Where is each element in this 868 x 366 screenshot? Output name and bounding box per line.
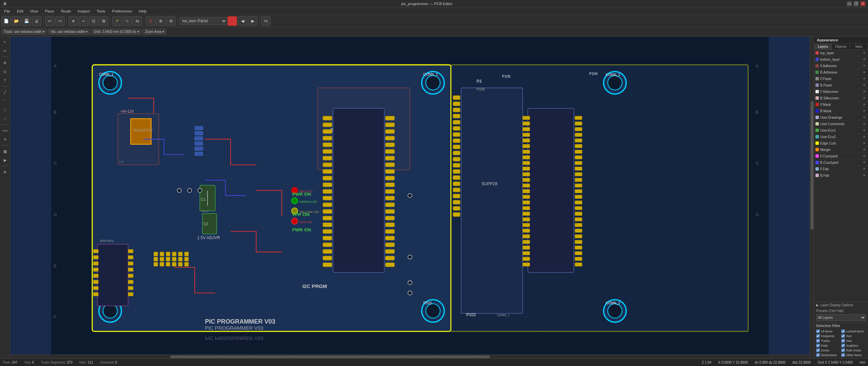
- layer-visibility-toggle[interactable]: 👁: [862, 128, 867, 133]
- layer-item-b_courtyard[interactable]: B.Courtyard👁: [814, 159, 868, 166]
- sf-item-other_items[interactable]: Other items: [841, 353, 866, 357]
- layer-visibility-toggle[interactable]: 👁: [862, 134, 867, 139]
- layer-item-b_fab[interactable]: B.Fab👁: [814, 172, 868, 179]
- layer-visibility-toggle[interactable]: 👁: [862, 167, 867, 171]
- menu-place[interactable]: Place: [42, 8, 57, 14]
- sf-item-pads[interactable]: Pads: [816, 343, 841, 348]
- layer-item-bottom_layer[interactable]: bottom_layer👁: [814, 56, 868, 63]
- layer-visibility-toggle[interactable]: 👁: [862, 115, 867, 120]
- layer-item-f_fab[interactable]: F.Fab👁: [814, 166, 868, 172]
- sf-item-rule_areas[interactable]: Rule Areas: [841, 348, 866, 352]
- tab-objects[interactable]: Objects: [832, 44, 850, 50]
- layer-visibility-toggle[interactable]: 👁: [862, 141, 867, 146]
- origin-tool[interactable]: ⊗: [1, 168, 9, 176]
- layer-visibility-toggle[interactable]: 👁: [862, 63, 867, 68]
- route-track-button[interactable]: ↗: [112, 16, 122, 26]
- layer-item-top_layer[interactable]: top_layer👁: [814, 50, 868, 56]
- via-size-selector[interactable]: Via: use netclass width ▾: [48, 29, 90, 35]
- vertical-scrollbar-thumb[interactable]: [811, 101, 813, 230]
- add-zone-tool[interactable]: ▩: [1, 147, 9, 155]
- horizontal-scrollbar[interactable]: [10, 354, 810, 359]
- layer-item-b_adhesive[interactable]: B.Adhesive👁: [814, 69, 868, 76]
- layer-select[interactable]: top_layer (PgUp) bottom_layer F.Silkscre…: [179, 17, 227, 25]
- next-layer-button[interactable]: ▶: [248, 16, 257, 26]
- layer-item-user_drawings[interactable]: User.Drawings👁: [814, 114, 868, 121]
- route-track-tool[interactable]: ✏: [1, 47, 9, 55]
- draw-arc-tool[interactable]: ⌒: [1, 97, 9, 105]
- window-controls[interactable]: — ❐ ✕: [847, 1, 865, 6]
- add-via-tool[interactable]: ◎: [1, 68, 9, 76]
- sf-checkbox[interactable]: [841, 329, 845, 333]
- sf-item-tracks[interactable]: Tracks: [816, 339, 841, 343]
- layer-item-b_paste[interactable]: B.Paste👁: [814, 82, 868, 89]
- grid-selector[interactable]: Grid: 2.5400 mm (0.1000 in) ▾: [91, 29, 141, 35]
- layer-item-margin[interactable]: Margin👁: [814, 147, 868, 153]
- layer-visibility-toggle[interactable]: 👁: [862, 76, 867, 81]
- highlight-net-button[interactable]: ⊕: [156, 16, 165, 26]
- layer-visibility-toggle[interactable]: 👁: [862, 51, 867, 55]
- layer-visibility-toggle[interactable]: 👁: [862, 109, 867, 113]
- layer-item-f_silkscreen[interactable]: F.Silkscreen👁: [814, 89, 868, 95]
- setup-button[interactable]: ⚙: [166, 16, 176, 26]
- sf-checkbox[interactable]: [816, 348, 820, 352]
- scripting-console-tool[interactable]: ▶: [1, 156, 9, 164]
- minimize-button[interactable]: —: [847, 1, 852, 6]
- diff-pair-button[interactable]: ⇆: [133, 16, 142, 26]
- menu-tools[interactable]: Tools: [94, 8, 108, 14]
- sf-checkbox[interactable]: [816, 329, 820, 333]
- open-button[interactable]: 📂: [12, 16, 21, 26]
- layer-item-user_eco1[interactable]: User.Eco1👁: [814, 127, 868, 134]
- previous-layer-button[interactable]: ◀: [238, 16, 247, 26]
- 3d-viewer-button[interactable]: 3D: [261, 16, 271, 26]
- layer-visibility-toggle[interactable]: 👁: [862, 102, 867, 107]
- sf-item-footprints[interactable]: Footprints: [816, 334, 841, 338]
- layer-item-user_eco2[interactable]: User.Eco2👁: [814, 134, 868, 140]
- sf-checkbox[interactable]: [841, 334, 845, 338]
- layer-visibility-toggle[interactable]: 👁: [862, 154, 867, 158]
- layer-visibility-toggle[interactable]: 👁: [862, 57, 867, 62]
- new-button[interactable]: 📄: [1, 16, 11, 26]
- zoom-dropdown-icon[interactable]: ▾: [162, 30, 164, 34]
- layer-visibility-toggle[interactable]: 👁: [862, 147, 867, 152]
- layer-display-options-title[interactable]: ▶ Layer Display Options: [816, 303, 866, 307]
- sf-item-dimensions[interactable]: Dimensions: [816, 353, 841, 357]
- layer-item-b_mask[interactable]: B.Mask👁: [814, 108, 868, 114]
- layer-item-f_courtyard[interactable]: F.Courtyard👁: [814, 153, 868, 159]
- layer-color-button[interactable]: [228, 16, 237, 26]
- layer-visibility-toggle[interactable]: 👁: [862, 160, 867, 165]
- sf-item-vias[interactable]: Vias: [841, 339, 866, 343]
- zoom-in-button[interactable]: +: [68, 16, 78, 26]
- layer-item-edge_cuts[interactable]: Edge.Cuts👁: [814, 140, 868, 147]
- via-size-dropdown-icon[interactable]: ▾: [86, 30, 87, 34]
- track-width-dropdown-icon[interactable]: ▾: [43, 30, 44, 34]
- layer-item-f_mask[interactable]: F.Mask👁: [814, 101, 868, 108]
- menu-route[interactable]: Route: [58, 8, 74, 14]
- layer-item-f_adhesive[interactable]: F.Adhesive👁: [814, 63, 868, 69]
- layer-visibility-toggle[interactable]: 👁: [862, 89, 867, 94]
- select-tool[interactable]: ↖: [1, 38, 9, 46]
- menu-inspect[interactable]: Inspect: [75, 8, 92, 14]
- menu-view[interactable]: View: [27, 8, 41, 14]
- sf-checkbox[interactable]: [816, 353, 820, 357]
- menu-file[interactable]: File: [1, 8, 13, 14]
- sf-checkbox[interactable]: [816, 339, 820, 343]
- sf-checkbox[interactable]: [816, 334, 820, 338]
- undo-button[interactable]: ↩: [45, 16, 55, 26]
- measure-tool[interactable]: ⟺: [1, 127, 9, 135]
- add-text-tool[interactable]: T: [1, 76, 9, 84]
- layer-visibility-toggle[interactable]: 👁: [862, 121, 867, 126]
- maximize-button[interactable]: ❐: [854, 1, 859, 6]
- print-button[interactable]: 🖨: [32, 16, 41, 26]
- grid-dropdown-icon[interactable]: ▾: [137, 30, 139, 34]
- layer-item-b_silkscreen[interactable]: B.Silkscreen👁: [814, 95, 868, 101]
- tab-layers[interactable]: Layers: [814, 44, 832, 50]
- menu-preferences[interactable]: Preferences: [109, 8, 135, 14]
- zoom-selector[interactable]: Zoom Area ▾: [143, 29, 167, 35]
- layer-item-user_comments[interactable]: User.Comments👁: [814, 121, 868, 127]
- menu-help[interactable]: Help: [136, 8, 150, 14]
- all-layers-select[interactable]: All Layers Default Signal Only: [816, 314, 866, 321]
- redo-button[interactable]: ↪: [55, 16, 65, 26]
- interactive-router-button[interactable]: ⤡: [122, 16, 132, 26]
- sf-checkbox[interactable]: [816, 344, 820, 347]
- zoom-area-button[interactable]: ⊞: [99, 16, 108, 26]
